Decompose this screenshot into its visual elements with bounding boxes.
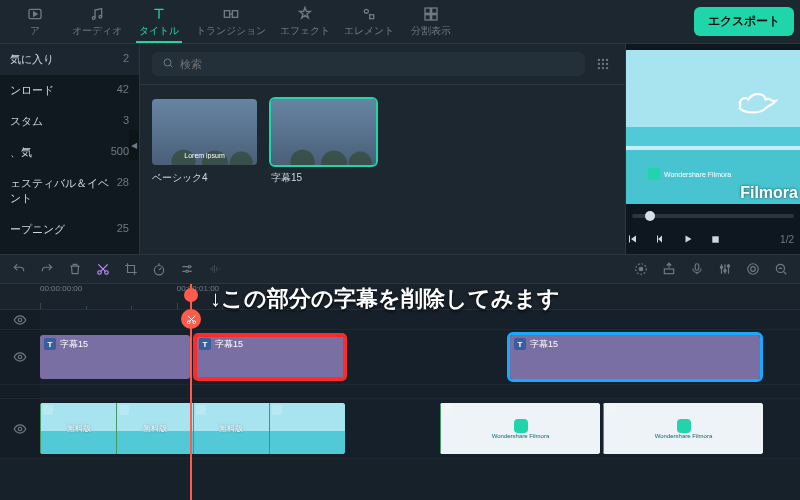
svg-point-32	[724, 270, 726, 272]
title-clip[interactable]: T 字幕15	[40, 335, 190, 379]
render-button[interactable]	[634, 262, 648, 276]
sidebar-item[interactable]: ンロード 42	[0, 75, 139, 106]
cut-button[interactable]	[96, 262, 110, 276]
svg-point-18	[598, 67, 600, 69]
tab-title[interactable]: タイトル	[130, 2, 188, 42]
delete-button[interactable]	[68, 262, 82, 276]
svg-point-33	[727, 265, 729, 267]
voiceover-button[interactable]	[690, 262, 704, 276]
clip-watermark: 無料版	[117, 403, 192, 454]
sidebar-item[interactable]: スタム 3	[0, 106, 139, 137]
tab-split[interactable]: 分割表示	[402, 2, 460, 42]
svg-rect-10	[432, 14, 437, 19]
speed-button[interactable]	[152, 262, 166, 276]
sidebar-item-count: 28	[117, 176, 129, 206]
tab-effect[interactable]: エフェクト	[274, 2, 336, 42]
svg-point-20	[606, 67, 608, 69]
svg-rect-9	[425, 14, 430, 19]
element-icon	[361, 6, 377, 22]
tab-media[interactable]: ア	[6, 2, 64, 42]
sidebar-item[interactable]: 、気 500	[0, 137, 139, 168]
collapse-sidebar-chevron[interactable]: ◀	[129, 130, 138, 160]
effect-icon	[297, 6, 313, 22]
progress-scrubber[interactable]	[645, 211, 655, 221]
preview-viewport[interactable]: Wondershare Filmora Filmora	[626, 50, 800, 204]
title-track: T 字幕15 T 字幕15 T 字幕15	[0, 330, 800, 385]
tab-label: エレメント	[344, 24, 394, 38]
title-clip-highlight-blue[interactable]: T 字幕15	[510, 335, 760, 379]
redo-button[interactable]	[40, 262, 54, 276]
thumb-caption: Lorem ipsum	[158, 152, 251, 159]
search-field[interactable]	[180, 58, 575, 70]
svg-point-15	[598, 63, 600, 65]
search-input[interactable]	[152, 52, 585, 76]
sidebar-item[interactable]: イトル 41	[0, 245, 139, 254]
preview-progress[interactable]	[626, 208, 800, 224]
sidebar-item-label: 、気	[10, 145, 32, 160]
track-visibility-toggle[interactable]	[0, 310, 40, 329]
svg-point-26	[186, 270, 188, 272]
clip-brand: Wondershare Filmora	[655, 433, 713, 439]
stop-button[interactable]	[710, 234, 721, 245]
video-clip[interactable]: Wondershare Filmora	[603, 403, 763, 454]
transition-icon	[223, 6, 239, 22]
clip-label: 字幕15	[60, 338, 88, 351]
thumb-label: 字幕15	[271, 171, 376, 185]
sidebar-item[interactable]: ェスティバル＆イベント 28	[0, 168, 139, 214]
video-clip[interactable]: 無料版 無料版 無料版	[40, 403, 345, 454]
mixer-button[interactable]	[718, 262, 732, 276]
video-track: 無料版 無料版 無料版 Wondershare Filmora Wondersh…	[0, 399, 800, 459]
crop-button[interactable]	[124, 262, 138, 276]
svg-rect-7	[425, 8, 430, 13]
zoom-out-button[interactable]	[774, 262, 788, 276]
media-icon	[27, 6, 43, 22]
svg-point-24	[154, 266, 163, 275]
title-thumb[interactable]: Lorem ipsum ベーシック4	[152, 99, 257, 185]
sidebar-item[interactable]: ープニング 25	[0, 214, 139, 245]
play-button[interactable]	[682, 233, 694, 245]
sidebar-item-count: 42	[117, 83, 129, 98]
sidebar-item-label: 気に入り	[10, 52, 54, 67]
sidebar-item-label: ンロード	[10, 83, 54, 98]
timeline: 00:00:00:00 00:00:01:00 T 字幕15 T 字幕15	[0, 284, 800, 500]
tab-element[interactable]: エレメント	[338, 2, 400, 42]
audio-wave-button[interactable]	[208, 262, 222, 276]
tab-audio[interactable]: オーディオ	[66, 2, 128, 42]
top-tabbar: ア オーディオ タイトル トランジション エフェクト エレメント 分割表示	[0, 0, 800, 44]
timeline-ruler[interactable]: 00:00:00:00 00:00:01:00	[0, 284, 800, 310]
svg-point-5	[364, 9, 368, 13]
timeline-toolbar	[0, 254, 800, 284]
step-back-button[interactable]	[654, 233, 666, 245]
track-visibility-toggle[interactable]	[0, 399, 40, 458]
svg-point-16	[602, 63, 604, 65]
svg-rect-21	[712, 236, 718, 242]
tab-transition[interactable]: トランジション	[190, 2, 272, 42]
preview-controls: 1/2	[626, 224, 800, 254]
track-visibility-toggle[interactable]	[0, 330, 40, 384]
video-clip[interactable]: Wondershare Filmora	[440, 403, 600, 454]
svg-point-12	[598, 59, 600, 61]
clip-label: 字幕15	[530, 338, 558, 351]
title-clip-highlight-red[interactable]: T 字幕15	[195, 335, 345, 379]
adjust-button[interactable]	[180, 262, 194, 276]
sidebar-item-count: 25	[117, 222, 129, 237]
title-thumb[interactable]: 字幕15	[271, 99, 376, 185]
zoom-circle-button[interactable]	[746, 262, 760, 276]
sidebar-item-label: ープニング	[10, 222, 65, 237]
view-grid-button[interactable]	[593, 54, 613, 74]
svg-point-31	[720, 266, 722, 268]
undo-button[interactable]	[12, 262, 26, 276]
export-button[interactable]: エクスポート	[694, 7, 794, 36]
preview-watermark: Wondershare Filmora	[648, 168, 731, 180]
clip-brand: Wondershare Filmora	[492, 433, 550, 439]
svg-point-17	[606, 63, 608, 65]
clip-watermark: 無料版	[194, 403, 269, 454]
preview-brand: Filmora	[740, 184, 798, 202]
sidebar-item[interactable]: 気に入り 2	[0, 44, 139, 75]
marker-button[interactable]	[662, 262, 676, 276]
prev-frame-button[interactable]	[626, 233, 638, 245]
search-icon	[162, 57, 174, 71]
library-panel: ◀ Lorem ipsum ベーシック4 字幕15	[140, 44, 625, 254]
svg-rect-4	[232, 10, 237, 17]
preview-pager: 1/2	[780, 234, 794, 245]
